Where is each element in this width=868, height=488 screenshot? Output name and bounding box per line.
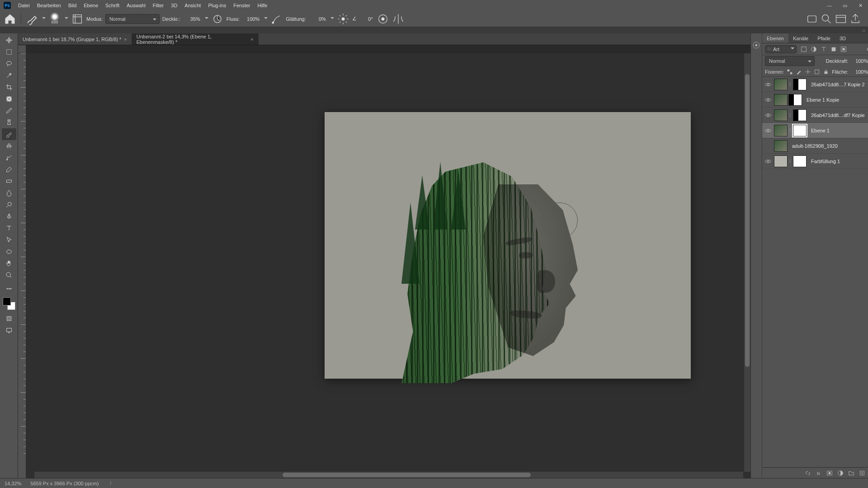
share-button[interactable] — [849, 13, 862, 25]
layer-row[interactable]: adult-1852908_1920 — [762, 138, 868, 154]
shape-tool[interactable] — [2, 246, 16, 258]
menu-bearbeiten[interactable]: Bearbeiten — [33, 3, 65, 8]
menu-fenster[interactable]: Fenster — [230, 3, 254, 8]
layer-row[interactable]: Ebene 1 Kopie — [762, 92, 868, 108]
smoothing-input[interactable] — [309, 14, 327, 23]
foreground-color-swatch[interactable] — [3, 297, 11, 305]
filter-type-icon[interactable] — [820, 46, 827, 53]
brush-panel-toggle[interactable] — [71, 13, 84, 25]
canvas[interactable] — [325, 112, 691, 379]
layer-opacity-input[interactable] — [851, 56, 868, 66]
home-button[interactable] — [4, 13, 16, 25]
dodge-tool[interactable] — [2, 199, 16, 211]
symmetry-toggle[interactable] — [392, 13, 405, 25]
filter-shape-icon[interactable] — [830, 46, 837, 53]
layer-filter-dropdown[interactable]: Art — [765, 45, 797, 53]
menu-auswahl[interactable]: Auswahl — [123, 3, 149, 8]
layer-name[interactable]: 26ab471dd8…df7 Kopie — [811, 113, 868, 118]
cloud-docs-icon[interactable] — [806, 13, 818, 25]
flow-input[interactable] — [242, 14, 260, 23]
filter-pixel-icon[interactable] — [800, 46, 807, 53]
lock-position-icon[interactable] — [805, 69, 811, 75]
menu-ebene[interactable]: Ebene — [80, 3, 102, 8]
opacity-input[interactable] — [183, 14, 201, 23]
layer-name[interactable]: adult-1852908_1920 — [792, 143, 868, 149]
gradient-tool[interactable] — [2, 175, 16, 187]
panel-tab-pfade[interactable]: Pfade — [813, 33, 835, 43]
lasso-tool[interactable] — [2, 58, 16, 70]
new-layer-icon[interactable] — [859, 470, 865, 476]
eraser-tool[interactable] — [2, 164, 16, 175]
menu-bild[interactable]: Bild — [65, 3, 80, 8]
layer-visibility-toggle[interactable] — [764, 142, 772, 150]
healing-brush-tool[interactable] — [2, 117, 16, 128]
type-tool[interactable] — [2, 222, 16, 234]
hand-tool[interactable] — [2, 258, 16, 269]
blur-tool[interactable] — [2, 187, 16, 199]
filter-smartobject-icon[interactable] — [840, 46, 847, 53]
canvas-viewport[interactable] — [26, 53, 750, 478]
layer-style-icon[interactable]: fx — [816, 470, 822, 476]
layer-mask-thumbnail[interactable] — [793, 155, 807, 167]
panel-tab-kanaele[interactable]: Kanäle — [788, 33, 813, 43]
filter-toggle-switch[interactable] — [866, 47, 868, 52]
fill-input[interactable] — [851, 67, 868, 76]
layer-name[interactable]: Ebene 1 — [811, 128, 868, 133]
brush-preview[interactable]: 698 — [48, 13, 61, 25]
link-layers-icon[interactable] — [805, 470, 811, 476]
pressure-size-toggle[interactable] — [377, 13, 389, 25]
filter-adjustment-icon[interactable] — [810, 46, 817, 53]
layer-row[interactable]: ⋮Ebene 1 — [762, 123, 868, 138]
smoothing-options-button[interactable] — [337, 13, 349, 25]
panel-tab-ebenen[interactable]: Ebenen — [762, 33, 788, 43]
menu-plugins[interactable]: Plug-ins — [204, 3, 230, 8]
move-tool[interactable] — [2, 34, 16, 46]
layer-thumbnail[interactable] — [774, 79, 788, 90]
quick-mask-toggle[interactable] — [2, 313, 16, 324]
scrollbar-thumb[interactable] — [745, 74, 750, 367]
status-info-dropdown[interactable]: 〉 — [109, 480, 114, 487]
document-info[interactable]: 5659 Px x 3966 Px (300 ppcm) — [30, 481, 99, 486]
pressure-opacity-toggle[interactable] — [211, 13, 224, 25]
flow-dropdown[interactable] — [264, 17, 268, 21]
angle-input[interactable] — [359, 14, 374, 23]
layer-thumbnail[interactable] — [774, 125, 788, 136]
layer-thumbnail[interactable] — [774, 94, 788, 106]
layer-visibility-toggle[interactable] — [764, 127, 772, 135]
layer-mask-icon[interactable] — [826, 470, 833, 476]
collapse-panels-icon[interactable]: ›› — [862, 28, 865, 33]
eyedropper-tool[interactable] — [2, 105, 16, 117]
layer-thumbnail[interactable] — [774, 155, 788, 167]
layer-thumbnail[interactable] — [774, 140, 788, 152]
lock-pixels-icon[interactable] — [796, 69, 802, 75]
layer-thumbnail[interactable] — [774, 109, 788, 121]
layer-mask-thumbnail[interactable] — [793, 125, 807, 136]
ruler-origin[interactable] — [18, 45, 26, 53]
menu-schrift[interactable]: Schrift — [102, 3, 123, 8]
lock-transparency-icon[interactable] — [787, 69, 793, 75]
window-maximize-button[interactable]: ▭ — [837, 0, 853, 11]
layer-visibility-toggle[interactable] — [764, 96, 772, 104]
edit-toolbar-button[interactable] — [2, 283, 16, 295]
layer-name[interactable]: Farbfüllung 1 — [811, 159, 868, 164]
layer-visibility-toggle[interactable] — [764, 80, 772, 89]
screen-mode-button[interactable] — [2, 324, 16, 336]
layer-mask-thumbnail[interactable] — [793, 109, 807, 121]
layer-visibility-toggle[interactable] — [764, 157, 772, 165]
menu-datei[interactable]: Datei — [14, 3, 33, 8]
vertical-ruler[interactable] — [18, 53, 26, 478]
adjustment-layer-icon[interactable] — [837, 470, 844, 476]
layer-row[interactable]: ⋮26ab471dd8…df7 Kopie — [762, 108, 868, 123]
blend-mode-dropdown[interactable]: Normal — [105, 14, 160, 24]
magic-wand-tool[interactable] — [2, 70, 16, 81]
color-swatches[interactable] — [3, 297, 15, 310]
history-brush-tool[interactable] — [2, 152, 16, 164]
document-tab[interactable]: Unbenannt-2 bei 14,3% (Ebene 1, Ebenenma… — [132, 33, 259, 45]
search-icon[interactable] — [820, 13, 833, 25]
airbrush-toggle[interactable] — [270, 13, 283, 25]
layer-mask-thumbnail[interactable] — [788, 94, 802, 106]
menu-3d[interactable]: 3D — [167, 3, 181, 8]
opacity-dropdown[interactable] — [205, 17, 208, 21]
color-panel-icon[interactable] — [751, 40, 762, 51]
layer-mask-thumbnail[interactable] — [793, 79, 807, 90]
